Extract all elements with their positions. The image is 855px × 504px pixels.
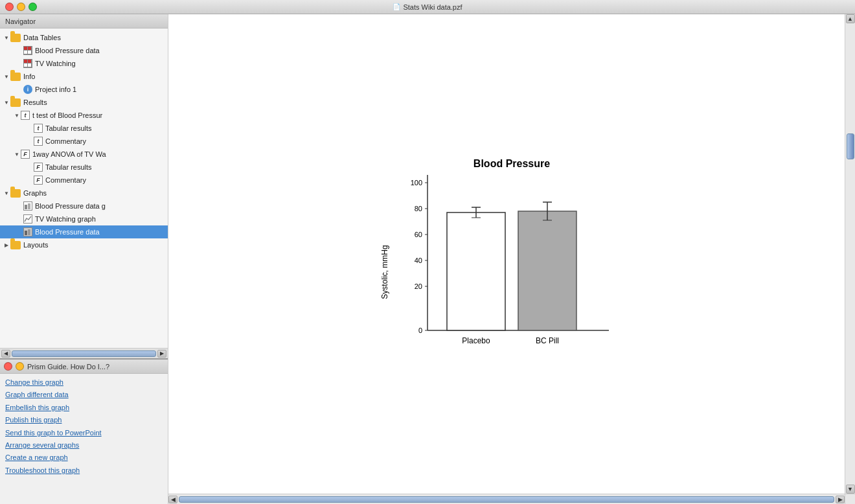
graph-different-data-link[interactable]: Graph different data bbox=[5, 390, 163, 400]
arrange-graphs-link[interactable]: Arrange several graphs bbox=[5, 441, 163, 450]
tree-item-tv-watching-table[interactable]: TV Watching bbox=[0, 57, 168, 70]
data-tables-label: Data Tables bbox=[23, 34, 61, 41]
graphs-label: Graphs bbox=[23, 189, 47, 197]
close-button[interactable] bbox=[5, 3, 14, 11]
tv-graph-label: TV Watching graph bbox=[35, 215, 96, 223]
left-panel: Navigator ▼ Data Tables Blood Pressure d… bbox=[0, 14, 168, 504]
tree-item-anova[interactable]: ▼ F 1way ANOVA of TV Wa bbox=[0, 148, 168, 161]
triangle-layouts: ▶ bbox=[3, 241, 10, 249]
scroll-up-arrow[interactable]: ▲ bbox=[846, 14, 855, 23]
send-to-powerpoint-link[interactable]: Send this graph to PowerPoint bbox=[5, 428, 163, 438]
tree-item-results[interactable]: ▼ Results bbox=[0, 96, 168, 109]
t-commentary-label: Commentary bbox=[45, 137, 86, 145]
embellish-graph-link[interactable]: Embellish this graph bbox=[5, 403, 163, 413]
scroll-left-h-arrow[interactable]: ◀ bbox=[168, 496, 177, 503]
bottom-scrollbar[interactable]: ◀ ▶ bbox=[168, 494, 845, 504]
navigator-label: Navigator bbox=[5, 17, 36, 25]
tree-item-bp-graph-2[interactable]: Blood Pressure data bbox=[0, 225, 168, 238]
svg-rect-0 bbox=[25, 205, 27, 209]
tree-item-t-tabular[interactable]: t Tabular results bbox=[0, 122, 168, 135]
bp-graph-2-label: Blood Pressure data bbox=[35, 228, 100, 236]
svg-text:60: 60 bbox=[415, 231, 422, 238]
f-commentary-label: Commentary bbox=[45, 176, 86, 184]
triangle-anova: ▼ bbox=[13, 150, 21, 158]
layouts-label: Layouts bbox=[23, 241, 49, 249]
h-scroll-thumb-main[interactable] bbox=[179, 496, 834, 503]
guide-min-button[interactable] bbox=[16, 362, 24, 371]
minimize-button[interactable] bbox=[17, 3, 25, 11]
tree-item-t-test[interactable]: ▼ t t test of Blood Pressur bbox=[0, 109, 168, 122]
t-test-label: t test of Blood Pressur bbox=[32, 111, 102, 119]
triangle-graphs: ▼ bbox=[3, 189, 10, 197]
h-scroll-thumb[interactable] bbox=[12, 350, 156, 357]
tree-item-bp-graph[interactable]: Blood Pressure data g bbox=[0, 200, 168, 212]
tree-item-graphs[interactable]: ▼ Graphs bbox=[0, 187, 168, 200]
chart-svg: Blood Pressure Systolic, mmHg 100 80 60 bbox=[376, 149, 648, 369]
table-icon-tv bbox=[23, 59, 32, 68]
tree-scrollbar[interactable]: ◀ ▶ bbox=[0, 348, 168, 358]
tree-item-tv-graph[interactable]: TV Watching graph bbox=[0, 212, 168, 225]
triangle-t-test: ▼ bbox=[13, 111, 21, 119]
svg-text:20: 20 bbox=[415, 282, 422, 290]
blood-pressure-table-label: Blood Pressure data bbox=[35, 47, 100, 54]
results-icon-t-tab: t bbox=[34, 124, 43, 133]
tree-item-layouts[interactable]: ▶ Layouts bbox=[0, 238, 168, 251]
tree-item-blood-pressure-table[interactable]: Blood Pressure data bbox=[0, 44, 168, 57]
triangle-results: ▼ bbox=[3, 98, 10, 106]
table-icon-bp bbox=[23, 46, 32, 55]
scroll-right-arrow[interactable]: ▶ bbox=[157, 350, 166, 358]
t-tabular-label: Tabular results bbox=[45, 124, 92, 132]
triangle-data-tables: ▼ bbox=[3, 34, 10, 41]
scroll-corner bbox=[845, 494, 855, 504]
folder-icon-data-tables bbox=[10, 34, 21, 42]
results-icon-f-comm: F bbox=[34, 176, 43, 185]
maximize-button[interactable] bbox=[28, 3, 37, 11]
bar-bc-pill bbox=[518, 211, 576, 330]
svg-text:0: 0 bbox=[418, 326, 422, 334]
y-axis-label: Systolic, mmHg bbox=[380, 245, 389, 299]
info-icon: i bbox=[23, 85, 32, 94]
guide-title: Prism Guide. How Do I...? bbox=[27, 363, 109, 371]
guide-close-button[interactable] bbox=[4, 362, 12, 371]
results-label: Results bbox=[23, 98, 47, 106]
svg-text:100: 100 bbox=[411, 179, 422, 187]
right-scrollbar[interactable]: ▲ ▼ bbox=[845, 14, 855, 494]
v-scroll-thumb[interactable] bbox=[847, 133, 854, 159]
tree-item-f-tabular[interactable]: F Tabular results bbox=[0, 161, 168, 174]
svg-rect-3 bbox=[28, 229, 30, 235]
tree-item-project-info[interactable]: i Project info 1 bbox=[0, 83, 168, 96]
results-icon-f: F bbox=[21, 150, 30, 159]
bp-graph-label: Blood Pressure data g bbox=[35, 202, 106, 210]
anova-label: 1way ANOVA of TV Wa bbox=[32, 150, 106, 158]
tree-item-data-tables[interactable]: ▼ Data Tables bbox=[0, 31, 168, 44]
titlebar: 📄 Stats Wiki data.pzf bbox=[0, 0, 855, 14]
window-controls[interactable] bbox=[5, 3, 37, 11]
main-container: Navigator ▼ Data Tables Blood Pressure d… bbox=[0, 14, 855, 504]
graph-icon-bp-2 bbox=[23, 227, 32, 236]
tree-item-f-commentary[interactable]: F Commentary bbox=[0, 174, 168, 187]
results-icon-t: t bbox=[21, 111, 30, 120]
guide-titlebar: Prism Guide. How Do I...? bbox=[0, 360, 168, 374]
folder-icon-layouts bbox=[10, 241, 21, 249]
change-graph-link[interactable]: Change this graph bbox=[5, 378, 163, 387]
x-label-bc-pill: BC Pill bbox=[536, 336, 559, 345]
scroll-left-arrow[interactable]: ◀ bbox=[1, 350, 10, 358]
f-tabular-label: Tabular results bbox=[45, 163, 92, 171]
tree-container[interactable]: ▼ Data Tables Blood Pressure data bbox=[0, 29, 168, 348]
document-icon: 📄 bbox=[393, 3, 400, 10]
create-new-graph-link[interactable]: Create a new graph bbox=[5, 453, 163, 463]
troubleshoot-graph-link[interactable]: Troubleshoot this graph bbox=[5, 466, 163, 475]
guide-panel: Prism Guide. How Do I...? Change this gr… bbox=[0, 358, 168, 504]
tree-item-info[interactable]: ▼ Info bbox=[0, 70, 168, 83]
publish-graph-link[interactable]: Publish this graph bbox=[5, 415, 163, 425]
info-label: Info bbox=[23, 73, 35, 80]
scroll-down-arrow[interactable]: ▼ bbox=[846, 485, 855, 494]
scroll-right-h-arrow[interactable]: ▶ bbox=[836, 496, 845, 503]
folder-icon-info bbox=[10, 73, 21, 81]
bar-placebo bbox=[447, 212, 505, 330]
window-title: 📄 Stats Wiki data.pzf bbox=[393, 3, 462, 11]
folder-icon-results bbox=[10, 98, 21, 107]
tree-item-t-commentary[interactable]: t Commentary bbox=[0, 135, 168, 148]
right-panel: Blood Pressure Systolic, mmHg 100 80 60 bbox=[168, 14, 855, 504]
results-icon-f-tab: F bbox=[34, 163, 43, 172]
